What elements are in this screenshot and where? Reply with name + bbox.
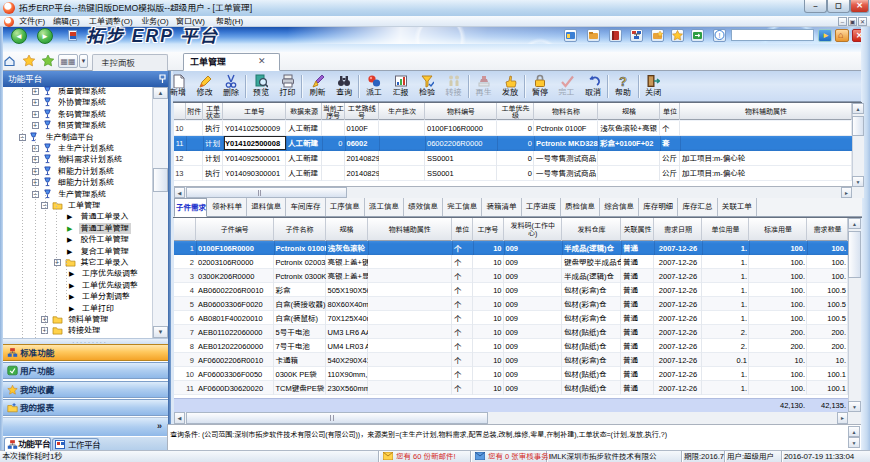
svg-text:!: ! [719,32,721,39]
svg-text:?: ? [619,74,627,88]
